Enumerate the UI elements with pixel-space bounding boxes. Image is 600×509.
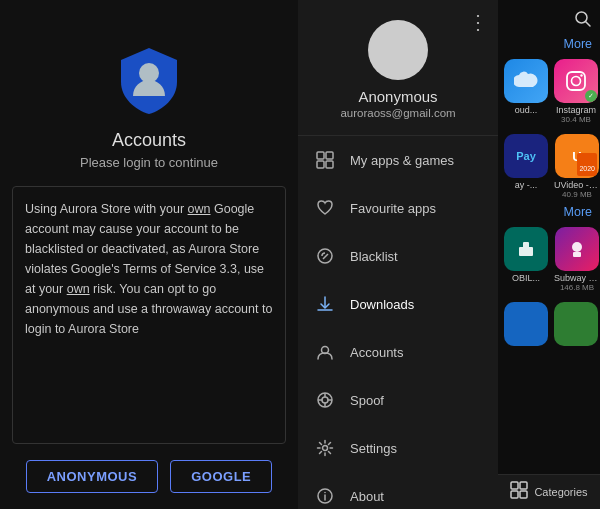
app-row-3: OBIL... Subway Surf... 146.8 MB [498,223,600,296]
svg-point-24 [572,242,582,252]
svg-rect-4 [326,161,333,168]
app-size: 30.4 MB [561,115,591,124]
menu-item-label: About [350,489,384,504]
menu-item-label: My apps & games [350,153,454,168]
menu-item-label: Blacklist [350,249,398,264]
app-name: UVideo - Mak... [554,180,600,190]
categories-bar[interactable]: Categories [498,474,600,509]
shield-icon-container [109,40,189,120]
svg-rect-29 [520,491,527,498]
categories-label: Categories [534,486,587,498]
menu-item-label: Spoof [350,393,384,408]
app-list-panel: More oud... ✓ Instagram 30.4 MB [498,0,600,509]
gear-icon [314,437,336,459]
svg-rect-3 [317,161,324,168]
app-card-pay[interactable]: Pay ay -... [504,134,548,199]
download-icon [314,293,336,315]
menu-items-list: My apps & games Favourite apps Blacklist [298,136,498,509]
app-icon-extra1 [504,302,548,346]
anonymous-button[interactable]: ANONYMOUS [26,460,158,493]
menu-item-my-apps[interactable]: My apps & games [298,136,498,184]
more-link-2[interactable]: More [498,205,600,219]
menu-item-label: Settings [350,441,397,456]
heart-icon [314,197,336,219]
app-card-uvideo[interactable]: U 2020 UVideo - Mak... 40.9 MB [554,134,600,199]
menu-item-about[interactable]: About [298,472,498,509]
avatar [368,20,428,80]
spoof-icon [314,389,336,411]
app-card-extra2[interactable] [554,302,598,348]
app-size: 40.9 MB [562,190,592,199]
app-card-instagram[interactable]: ✓ Instagram 30.4 MB [554,59,598,124]
app-row-4 [498,298,600,352]
svg-rect-26 [511,482,518,489]
app-card-obil[interactable]: OBIL... [504,227,548,292]
svg-point-21 [580,74,582,76]
app-card-cloud[interactable]: oud... [504,59,548,124]
user-name: Anonymous [358,88,437,105]
shield-icon [109,40,189,120]
svg-rect-27 [520,482,527,489]
svg-rect-25 [573,252,581,257]
app-size: 146.8 MB [560,283,594,292]
google-button[interactable]: GOOGLE [170,460,272,493]
svg-point-13 [323,446,328,451]
app-card-subway[interactable]: Subway Surf... 146.8 MB [554,227,600,292]
menu-item-blacklist[interactable]: Blacklist [298,232,498,280]
app-icon-pay: Pay [504,134,548,178]
menu-item-settings[interactable]: Settings [298,424,498,472]
app-row-2: Pay ay -... U 2020 UVideo - Mak... 40.9 … [498,130,600,203]
verified-badge: ✓ [585,90,597,102]
app-name: Subway Surf... [554,273,600,283]
app-icon-instagram: ✓ [554,59,598,103]
grid-icon [314,149,336,171]
accounts-title: Accounts [112,130,186,151]
search-icon[interactable] [574,10,592,33]
svg-rect-1 [317,152,324,159]
svg-line-18 [586,22,591,27]
accounts-icon [314,341,336,363]
warning-text: Using Aurora Store with your own Google … [12,186,286,444]
svg-point-20 [572,77,581,86]
user-email: auroraoss@gmail.com [340,107,455,119]
app-name: ay -... [515,180,538,190]
app-icon-subway [555,227,599,271]
svg-rect-2 [326,152,333,159]
menu-item-favourite[interactable]: Favourite apps [298,184,498,232]
login-buttons: ANONYMOUS GOOGLE [26,460,273,493]
three-dots-menu[interactable]: ⋮ [468,10,488,34]
svg-rect-23 [523,242,529,249]
app-icon-cloud [504,59,548,103]
drawer-menu: ⋮ Anonymous auroraoss@gmail.com My apps … [298,0,498,509]
blacklist-icon [314,245,336,267]
categories-icon [510,481,528,503]
app-name: OBIL... [512,273,540,283]
accounts-panel: Accounts Please login to continue Using … [0,0,298,509]
app-icon-obil [504,227,548,271]
menu-item-label: Accounts [350,345,403,360]
menu-item-spoof[interactable]: Spoof [298,376,498,424]
app-icon-extra2 [554,302,598,346]
menu-item-label: Favourite apps [350,201,436,216]
svg-point-16 [324,492,326,494]
more-link-1[interactable]: More [498,37,600,51]
svg-point-7 [322,397,328,403]
svg-rect-28 [511,491,518,498]
menu-item-accounts[interactable]: Accounts [298,328,498,376]
app-name: Instagram [556,105,596,115]
app-icon-uvideo: U 2020 [555,134,599,178]
accounts-subtitle: Please login to continue [80,155,218,170]
info-icon [314,485,336,507]
app-name: oud... [515,105,538,115]
top-bar [498,0,600,37]
menu-item-downloads[interactable]: Downloads [298,280,498,328]
menu-item-label: Downloads [350,297,414,312]
app-row-1: oud... ✓ Instagram 30.4 MB [498,55,600,128]
app-card-extra1[interactable] [504,302,548,348]
